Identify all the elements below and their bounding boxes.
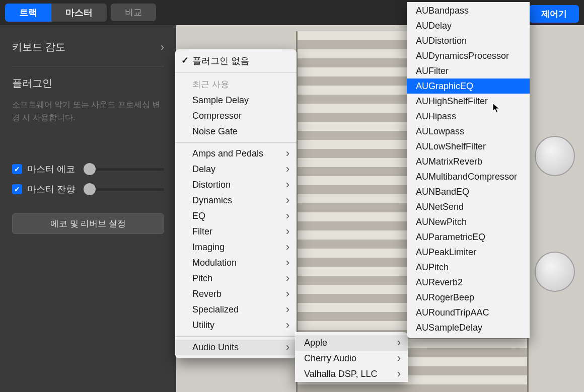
- menu-item-au[interactable]: AUNetSend: [407, 199, 530, 214]
- menu-item-au[interactable]: AUDynamicsProcessor: [407, 48, 530, 63]
- audio-units-vendor-menu: Apple Cherry Audio Valhalla DSP, LLC: [295, 332, 408, 382]
- menu-item-vendor[interactable]: Cherry Audio: [295, 351, 408, 366]
- menu-item-category[interactable]: Amps and Pedals: [175, 146, 297, 162]
- hardware-knob-icon: [535, 136, 575, 176]
- plugin-menu: 플러그인 없음 최근 사용 Sample Delay Compressor No…: [175, 49, 297, 358]
- master-echo-label: 마스터 에코: [27, 163, 78, 175]
- menu-item-au[interactable]: AUSampleDelay: [407, 320, 530, 335]
- menu-item-recent[interactable]: Noise Gate: [175, 124, 297, 139]
- menu-item-category[interactable]: Reverb: [175, 286, 297, 302]
- master-echo-row: ✓ 마스터 에코: [12, 159, 164, 179]
- menu-item-au[interactable]: AUHighShelfFilter: [407, 94, 530, 109]
- menu-item-category[interactable]: Modulation: [175, 255, 297, 271]
- menu-item-au[interactable]: AUGraphicEQ: [407, 79, 530, 94]
- menu-separator: [175, 72, 297, 73]
- menu-item-au[interactable]: AUParametricEQ: [407, 229, 530, 245]
- menu-item-no-plugin[interactable]: 플러그인 없음: [175, 52, 297, 69]
- master-reverb-slider[interactable]: [86, 188, 164, 191]
- menu-item-au[interactable]: AUBandpass: [407, 3, 530, 18]
- tab-track[interactable]: 트랙: [5, 4, 51, 22]
- menu-item-category[interactable]: Delay: [175, 162, 297, 177]
- menu-item-category[interactable]: Imaging: [175, 240, 297, 255]
- master-echo-slider[interactable]: [86, 168, 164, 171]
- menu-item-recent[interactable]: Sample Delay: [175, 93, 297, 108]
- chevron-right-icon: ›: [161, 41, 164, 54]
- master-reverb-label: 마스터 잔향: [27, 183, 78, 195]
- menu-item-au[interactable]: AUMultibandCompressor: [407, 169, 530, 184]
- menu-item-au[interactable]: AUHipass: [407, 109, 530, 124]
- tab-master[interactable]: 마스터: [51, 4, 107, 22]
- menu-item-au[interactable]: AULowShelfFilter: [407, 139, 530, 154]
- keyboard-sensitivity-row[interactable]: 키보드 감도 ›: [12, 34, 164, 66]
- menu-item-category[interactable]: Filter: [175, 224, 297, 240]
- menu-item-au[interactable]: AUPitch: [407, 260, 530, 275]
- apple-au-plugin-menu: AUBandpass AUDelay AUDistortion AUDynami…: [407, 2, 530, 338]
- menu-item-au[interactable]: AUDelay: [407, 18, 530, 33]
- menu-item-category[interactable]: Pitch: [175, 271, 297, 286]
- slider-knob-icon: [84, 183, 96, 195]
- menu-item-category[interactable]: Specialized: [175, 302, 297, 318]
- menu-header-recent: 최근 사용: [175, 76, 297, 93]
- menu-item-vendor[interactable]: Apple: [295, 335, 408, 351]
- slider-knob-icon: [84, 163, 96, 175]
- menu-item-category[interactable]: Distortion: [175, 177, 297, 193]
- menu-item-vendor[interactable]: Valhalla DSP, LLC: [295, 366, 408, 382]
- menu-item-au[interactable]: AULowpass: [407, 124, 530, 139]
- menu-item-au[interactable]: AUMatrixReverb: [407, 154, 530, 169]
- menu-item-category[interactable]: Utility: [175, 318, 297, 333]
- menu-item-au[interactable]: AUPeakLimiter: [407, 245, 530, 260]
- menu-item-category[interactable]: EQ: [175, 208, 297, 224]
- keyboard-sensitivity-label: 키보드 감도: [12, 40, 65, 54]
- menu-item-recent[interactable]: Compressor: [175, 108, 297, 124]
- plugins-section-title: 플러그인: [12, 76, 164, 90]
- menu-item-au[interactable]: AUFilter: [407, 63, 530, 79]
- menu-separator: [175, 142, 297, 143]
- view-segmented-control: 트랙 마스터: [5, 4, 107, 22]
- compare-button[interactable]: 비교: [111, 4, 156, 21]
- menu-item-au[interactable]: AUNBandEQ: [407, 184, 530, 199]
- menu-item-au[interactable]: AUReverb2: [407, 275, 530, 290]
- master-reverb-row: ✓ 마스터 잔향: [12, 179, 164, 199]
- menu-item-au[interactable]: AUDistortion: [407, 33, 530, 48]
- echo-reverb-settings-button[interactable]: 에코 및 리버브 설정: [12, 213, 164, 234]
- controller-button[interactable]: 제어기: [529, 5, 579, 23]
- plugins-section-description: 소프트웨어 악기 또는 사운드 프로세싱 변경 시 사용합니다.: [12, 98, 164, 124]
- menu-item-au[interactable]: AURoundTripAAC: [407, 305, 530, 320]
- hardware-knob-icon: [535, 252, 575, 292]
- master-echo-checkbox[interactable]: ✓: [12, 164, 22, 174]
- menu-separator: [175, 336, 297, 337]
- menu-item-au[interactable]: AUNewPitch: [407, 214, 530, 229]
- inspector-sidebar: 키보드 감도 › 플러그인 소프트웨어 악기 또는 사운드 프로세싱 변경 시 …: [0, 25, 176, 392]
- menu-item-audio-units[interactable]: Audio Units: [175, 340, 297, 355]
- menu-item-category[interactable]: Dynamics: [175, 193, 297, 208]
- master-reverb-checkbox[interactable]: ✓: [12, 184, 22, 194]
- menu-item-au[interactable]: AURogerBeep: [407, 290, 530, 305]
